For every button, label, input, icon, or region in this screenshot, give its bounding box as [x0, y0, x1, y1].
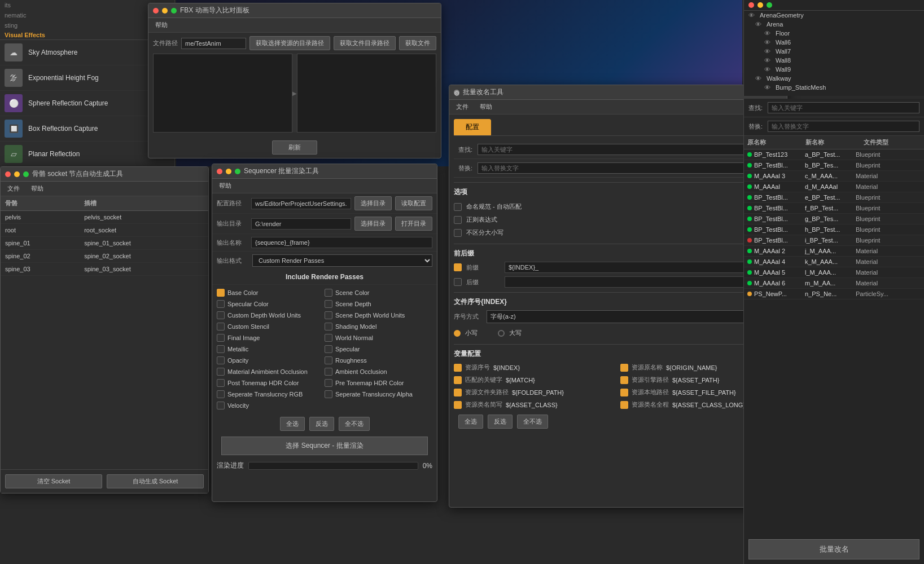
pass-check-1[interactable]: [325, 289, 332, 297]
var-check-3[interactable]: [620, 376, 628, 384]
fbx-min-btn[interactable]: [162, 8, 168, 14]
seq-config-input[interactable]: [251, 198, 351, 209]
rename-list-row[interactable]: M_AAAal 2 j_M_AAA... Material: [744, 246, 924, 257]
rename-list-row[interactable]: BP_TestBl... f_BP_Test... Blueprint: [744, 203, 924, 214]
fbx-btn-get-dir[interactable]: 获取选择资源的目录路径: [249, 36, 330, 50]
rename-list-row[interactable]: M_AAAal 5 l_M_AAA... Material: [744, 267, 924, 278]
seq-select-dir-btn[interactable]: 选择目录: [354, 196, 392, 210]
skel-menu-file[interactable]: 文件: [5, 183, 22, 194]
tree-close-dot[interactable]: [748, 2, 754, 8]
pass-check-2[interactable]: [217, 300, 225, 308]
pass-check-0[interactable]: [217, 289, 225, 297]
tree-item-wall9[interactable]: 👁 Wall9: [744, 65, 924, 74]
rename-list-row[interactable]: BP_TestBl... b_BP_Tes... Blueprint: [744, 160, 924, 171]
tree-item-floor[interactable]: 👁 Floor: [744, 29, 924, 38]
tree-item-wall8[interactable]: 👁 Wall8: [744, 56, 924, 65]
option-check-1[interactable]: [454, 216, 462, 224]
fbx-filepath-input[interactable]: [181, 38, 246, 49]
var-check-7[interactable]: [620, 401, 628, 409]
radio-uppercase[interactable]: [498, 330, 505, 337]
rename-list-row[interactable]: BP_Test123 a_BP_Test... Blueprint: [744, 149, 924, 160]
rename-menu-help[interactable]: 帮助: [478, 102, 494, 112]
seq-read-config-btn[interactable]: 读取配置: [395, 196, 432, 210]
option-check-0[interactable]: [454, 203, 462, 211]
radio-lowercase[interactable]: [454, 330, 461, 337]
pass-check-17[interactable]: [325, 379, 332, 387]
rename-list-row[interactable]: M_AAAal 3 c_M_AAA... Material: [744, 171, 924, 182]
option-check-2[interactable]: [454, 229, 462, 237]
skel-max-btn[interactable]: [23, 171, 29, 177]
seq-invert-btn[interactable]: 反选: [309, 417, 334, 431]
suffix-input[interactable]: [505, 276, 782, 288]
pass-check-19[interactable]: [325, 390, 332, 398]
pass-check-3[interactable]: [325, 300, 332, 308]
pass-check-14[interactable]: [217, 368, 225, 376]
order-select[interactable]: 字母(a-z) ▼: [487, 310, 782, 323]
tree-min-dot[interactable]: [757, 2, 763, 8]
seq-format-select[interactable]: Custom Render Passes: [252, 254, 432, 267]
pass-check-13[interactable]: [325, 356, 332, 364]
list-replace-input[interactable]: [768, 121, 919, 132]
seq-open-dir-btn[interactable]: 打开目录: [395, 217, 432, 231]
pass-check-7[interactable]: [325, 323, 332, 331]
fbx-btn-get-file-dir[interactable]: 获取文件目录路径: [334, 36, 396, 50]
rename-list-row[interactable]: BP_TestBl... g_BP_Tes... Blueprint: [744, 214, 924, 224]
tree-item-wall7[interactable]: 👁 Wall7: [744, 47, 924, 56]
rename-list-row[interactable]: M_AAAal 6 m_M_AA... Material: [744, 278, 924, 289]
prefix-checkbox[interactable]: [454, 263, 462, 271]
var-check-6[interactable]: [454, 401, 462, 409]
fbx-refresh-btn[interactable]: 刷新: [272, 140, 317, 155]
seq-name-input[interactable]: [251, 237, 432, 248]
pass-check-5[interactable]: [325, 311, 332, 319]
pass-check-6[interactable]: [217, 323, 225, 331]
seq-close-btn[interactable]: [217, 169, 222, 174]
pass-check-20[interactable]: [217, 402, 225, 409]
seq-max-btn[interactable]: [235, 169, 240, 174]
fbx-btn-get-file[interactable]: 获取文件: [399, 36, 436, 50]
var-check-1[interactable]: [620, 364, 628, 372]
var-check-0[interactable]: [454, 364, 462, 372]
tree-item-bump[interactable]: 👁 Bump_StaticMesh: [744, 83, 924, 92]
pass-check-18[interactable]: [217, 390, 225, 398]
list-find-input[interactable]: [768, 102, 919, 113]
vars-invert[interactable]: 反选: [488, 415, 513, 429]
rename-list-row[interactable]: BP_TestBl... h_BP_Test... Blueprint: [744, 224, 924, 235]
tree-max-dot[interactable]: [767, 2, 772, 8]
fbx-menu-help[interactable]: 帮助: [153, 20, 170, 30]
var-check-2[interactable]: [454, 376, 462, 384]
suffix-checkbox[interactable]: [454, 278, 462, 286]
pass-check-4[interactable]: [217, 311, 225, 319]
rename-batch-btn[interactable]: 批量改名: [748, 539, 919, 559]
vars-select-none[interactable]: 全不选: [517, 415, 548, 429]
seq-all-btn[interactable]: 全选: [280, 417, 305, 431]
pass-check-10[interactable]: [217, 345, 225, 353]
seq-select-dir2-btn[interactable]: 选择目录: [354, 217, 392, 231]
seq-min-btn[interactable]: [226, 169, 231, 174]
seq-render-btn[interactable]: 选择 Sequncer - 批量渲染: [221, 437, 428, 455]
tree-item-wall6[interactable]: 👁 Wall6: [744, 38, 924, 47]
rename-list-row[interactable]: M_AAAal d_M_AAAal Material: [744, 182, 924, 192]
tree-item-arena-geometry[interactable]: 👁 ArenaGeometry: [744, 11, 924, 20]
pass-check-8[interactable]: [217, 334, 225, 342]
seq-none-btn[interactable]: 全不选: [339, 417, 370, 431]
prefix-input[interactable]: [505, 262, 782, 273]
vars-select-all[interactable]: 全选: [458, 415, 483, 429]
rename-list-row[interactable]: M_AAAal 4 k_M_AAA... Material: [744, 257, 924, 267]
rename-list-row[interactable]: BP_TestBl... i_BP_Test... Blueprint: [744, 235, 924, 246]
seq-output-input[interactable]: [251, 218, 351, 230]
skel-close-btn[interactable]: [5, 171, 11, 177]
rename-menu-file[interactable]: 文件: [454, 102, 471, 112]
fbx-max-btn[interactable]: [171, 8, 177, 14]
skel-min-btn[interactable]: [14, 171, 20, 177]
seq-menu-help[interactable]: 帮助: [217, 180, 234, 191]
pass-check-11[interactable]: [325, 345, 332, 353]
pass-check-9[interactable]: [325, 334, 332, 342]
var-check-5[interactable]: [620, 389, 628, 396]
rename-list-row[interactable]: PS_NewP... n_PS_Ne... ParticleSy...: [744, 289, 924, 299]
rename-replace-input[interactable]: [478, 162, 778, 174]
tree-item-walkway[interactable]: 👁 Walkway: [744, 74, 924, 83]
pass-check-12[interactable]: [217, 356, 225, 364]
var-check-4[interactable]: [454, 389, 462, 396]
skeleton-generate-btn[interactable]: 自动生成 Socket: [107, 474, 204, 488]
skel-menu-help[interactable]: 帮助: [29, 183, 46, 194]
